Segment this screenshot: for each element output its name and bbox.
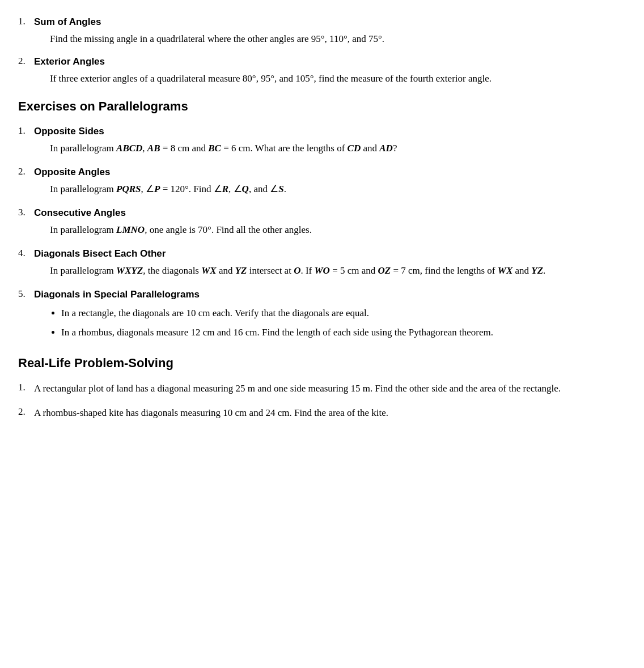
reallife-item-1: 1. A rectangular plot of land has a diag… bbox=[18, 380, 626, 396]
para-item-2-number: 2. bbox=[18, 164, 34, 197]
reallife-header: Real-Life Problem-Solving bbox=[18, 353, 626, 373]
quad-item-1-number: 1. bbox=[18, 14, 34, 46]
para-item-4-number: 4. bbox=[18, 245, 34, 278]
quad-item-2-content: Exterior Angles If three exterior angles… bbox=[34, 53, 626, 86]
parallelograms-exercises: 1. Opposite Sides In parallelogram ABCD,… bbox=[18, 123, 626, 344]
quad-item-1-content: Sum of Angles Find the missing angle in … bbox=[34, 14, 626, 46]
para-item-5-bullet-1: In a rectangle, the diagonals are 10 cm … bbox=[61, 306, 626, 321]
para-item-1-number: 1. bbox=[18, 123, 34, 156]
para-item-3: 3. Consecutive Angles In parallelogram L… bbox=[18, 205, 626, 237]
para-item-5-title: Diagonals in Special Parallelograms bbox=[34, 289, 200, 300]
reallife-item-2-number: 2. bbox=[18, 404, 34, 420]
reallife-item-1-content: A rectangular plot of land has a diagona… bbox=[34, 380, 626, 396]
para-item-2: 2. Opposite Angles In parallelogram PQRS… bbox=[18, 164, 626, 197]
quadrilateral-exercises: 1. Sum of Angles Find the missing angle … bbox=[18, 14, 626, 86]
para-item-5-bullet-2: In a rhombus, diagonals measure 12 cm an… bbox=[61, 325, 626, 340]
para-item-5-bullets: In a rectangle, the diagonals are 10 cm … bbox=[61, 306, 626, 341]
para-item-4: 4. Diagonals Bisect Each Other In parall… bbox=[18, 245, 626, 278]
quad-item-1: 1. Sum of Angles Find the missing angle … bbox=[18, 14, 626, 46]
para-item-2-title: Opposite Angles bbox=[34, 167, 110, 177]
quad-item-2: 2. Exterior Angles If three exterior ang… bbox=[18, 53, 626, 86]
para-item-2-body: In parallelogram PQRS, ∠P = 120°. Find ∠… bbox=[50, 181, 626, 197]
quad-item-2-title: Exterior Angles bbox=[34, 56, 105, 67]
reallife-item-1-body: A rectangular plot of land has a diagona… bbox=[34, 381, 626, 396]
quad-item-1-title: Sum of Angles bbox=[34, 16, 101, 27]
para-item-1: 1. Opposite Sides In parallelogram ABCD,… bbox=[18, 123, 626, 156]
para-item-1-title: Opposite Sides bbox=[34, 126, 104, 137]
para-item-5: 5. Diagonals in Special Parallelograms I… bbox=[18, 286, 626, 344]
para-item-4-body: In parallelogram WXYZ, the diagonals WX … bbox=[50, 263, 626, 278]
para-item-5-content: Diagonals in Special Parallelograms In a… bbox=[34, 286, 626, 344]
quad-item-2-number: 2. bbox=[18, 53, 34, 86]
para-item-3-title: Consecutive Angles bbox=[34, 207, 126, 218]
quad-item-2-body: If three exterior angles of a quadrilate… bbox=[50, 71, 626, 86]
para-item-4-title: Diagonals Bisect Each Other bbox=[34, 248, 166, 259]
para-item-5-number: 5. bbox=[18, 286, 34, 344]
reallife-exercises: 1. A rectangular plot of land has a diag… bbox=[18, 380, 626, 420]
para-item-3-number: 3. bbox=[18, 205, 34, 237]
para-item-2-content: Opposite Angles In parallelogram PQRS, ∠… bbox=[34, 164, 626, 197]
para-item-3-content: Consecutive Angles In parallelogram LMNO… bbox=[34, 205, 626, 237]
reallife-item-1-number: 1. bbox=[18, 380, 34, 396]
reallife-item-2-content: A rhombus-shaped kite has diagonals meas… bbox=[34, 404, 626, 420]
parallelograms-header: Exercises on Parallelograms bbox=[18, 96, 626, 116]
reallife-item-2-body: A rhombus-shaped kite has diagonals meas… bbox=[34, 405, 626, 420]
reallife-item-2: 2. A rhombus-shaped kite has diagonals m… bbox=[18, 404, 626, 420]
para-item-1-body: In parallelogram ABCD, AB = 8 cm and BC … bbox=[50, 141, 626, 156]
para-item-3-body: In parallelogram LMNO, one angle is 70°.… bbox=[50, 222, 626, 237]
para-item-4-content: Diagonals Bisect Each Other In parallelo… bbox=[34, 245, 626, 278]
quad-item-1-body: Find the missing angle in a quadrilatera… bbox=[50, 31, 626, 46]
para-item-1-content: Opposite Sides In parallelogram ABCD, AB… bbox=[34, 123, 626, 156]
